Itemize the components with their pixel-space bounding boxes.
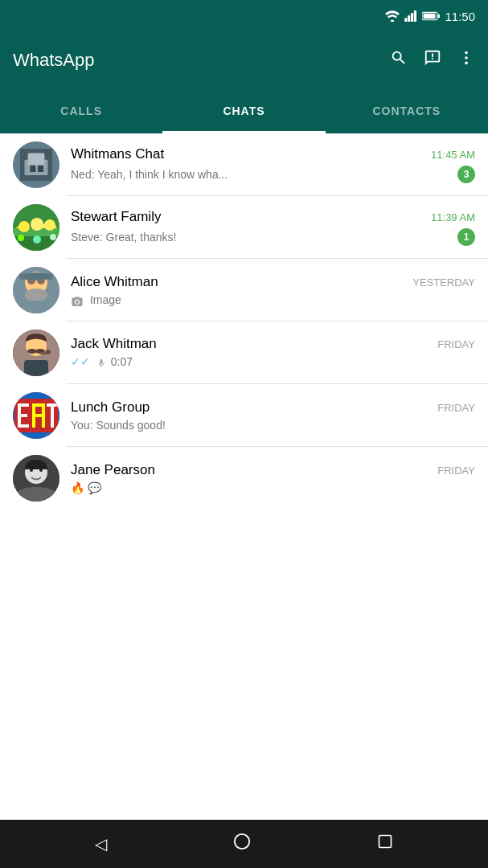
chat-badge-whitmans: 3 bbox=[457, 166, 475, 183]
svg-rect-6 bbox=[424, 14, 436, 18]
status-time: 11:50 bbox=[445, 10, 475, 23]
svg-point-8 bbox=[465, 51, 468, 55]
avatar-jane bbox=[13, 455, 59, 502]
chat-item-lunch[interactable]: Lunch Group FRIDAY You: Sounds good! bbox=[0, 384, 488, 447]
signal-icon bbox=[404, 10, 417, 22]
svg-point-22 bbox=[18, 221, 30, 232]
chat-time-alice: YESTERDAY bbox=[412, 276, 475, 289]
tab-calls[interactable]: CALLS bbox=[0, 88, 162, 133]
chat-preview-alice: Image bbox=[71, 293, 475, 306]
chat-content-whitmans: Whitmans Chat 11:45 AM Ned: Yeah, I thin… bbox=[71, 146, 475, 183]
wifi-icon bbox=[385, 10, 400, 22]
avatar-alice bbox=[13, 267, 59, 313]
svg-rect-54 bbox=[51, 403, 54, 428]
chat-preview-stewart: Steve: Great, thanks! bbox=[71, 231, 451, 244]
double-check-icon: ✓✓ bbox=[71, 355, 90, 368]
chat-item-stewart[interactable]: Stewart Family 11:39 AM Steve: Great, th… bbox=[0, 196, 488, 259]
svg-point-26 bbox=[18, 235, 24, 241]
chat-item-whitmans[interactable]: Whitmans Chat 11:45 AM Ned: Yeah, I thin… bbox=[0, 133, 488, 196]
svg-point-0 bbox=[391, 20, 395, 23]
chat-content-jack: Jack Whitman FRIDAY ✓✓ 0:07 bbox=[71, 336, 475, 369]
status-bar: 11:50 bbox=[0, 0, 488, 32]
avatar-jack bbox=[13, 330, 59, 376]
tab-contacts[interactable]: CONTACTS bbox=[326, 88, 488, 133]
svg-point-59 bbox=[235, 834, 249, 849]
svg-point-33 bbox=[25, 289, 47, 301]
svg-point-9 bbox=[465, 56, 468, 59]
chat-item-jack[interactable]: Jack Whitman FRIDAY ✓✓ 0:07 bbox=[0, 321, 488, 384]
chat-badge-stewart: 1 bbox=[457, 228, 475, 246]
svg-rect-2 bbox=[408, 15, 411, 22]
chat-preview-whitmans: Ned: Yeah, I think I know wha... bbox=[71, 168, 451, 181]
chat-content-jane: Jane Pearson FRIDAY 🔥 💬 bbox=[71, 462, 475, 494]
svg-rect-14 bbox=[30, 166, 35, 172]
chat-list: Whitmans Chat 11:45 AM Ned: Yeah, I thin… bbox=[0, 133, 488, 820]
chat-preview-lunch: You: Sounds good! bbox=[71, 419, 475, 432]
svg-point-28 bbox=[50, 234, 56, 240]
avatar-whitmans bbox=[13, 141, 59, 188]
chat-time-jane: FRIDAY bbox=[437, 465, 475, 477]
chat-name-whitmans: Whitmans Chat bbox=[71, 146, 164, 162]
tab-bar: CALLS CHATS CONTACTS bbox=[0, 88, 488, 133]
back-button[interactable]: ◁ bbox=[95, 834, 107, 854]
chat-time-lunch: FRIDAY bbox=[437, 402, 475, 414]
more-options-icon[interactable] bbox=[457, 49, 475, 72]
chat-content-alice: Alice Whitman YESTERDAY Image bbox=[71, 274, 475, 306]
chat-time-jack: FRIDAY bbox=[437, 338, 475, 350]
chat-preview-jane: 🔥 💬 bbox=[71, 481, 475, 494]
svg-rect-52 bbox=[32, 414, 45, 417]
avatar-stewart bbox=[13, 204, 59, 251]
status-icons: 11:50 bbox=[385, 10, 475, 23]
chat-name-stewart: Stewart Family bbox=[71, 209, 161, 225]
svg-rect-48 bbox=[18, 424, 29, 428]
svg-point-23 bbox=[31, 218, 43, 231]
svg-point-42 bbox=[46, 350, 51, 354]
chat-name-lunch: Lunch Group bbox=[71, 399, 150, 416]
camera-icon bbox=[71, 296, 84, 306]
svg-rect-4 bbox=[414, 10, 416, 22]
chat-item-jane[interactable]: Jane Pearson FRIDAY 🔥 💬 bbox=[0, 447, 488, 510]
svg-rect-35 bbox=[19, 273, 53, 280]
chat-item-alice[interactable]: Alice Whitman YESTERDAY Image bbox=[0, 259, 488, 321]
chat-content-stewart: Stewart Family 11:39 AM Steve: Great, th… bbox=[71, 209, 475, 246]
battery-icon bbox=[422, 11, 440, 21]
app-title: WhatsApp bbox=[13, 50, 380, 71]
new-chat-icon[interactable] bbox=[424, 49, 441, 72]
recents-button[interactable] bbox=[377, 833, 393, 854]
chat-name-jack: Jack Whitman bbox=[71, 336, 157, 352]
tab-chats[interactable]: CHATS bbox=[162, 88, 325, 133]
chat-name-jane: Jane Pearson bbox=[71, 462, 155, 478]
navigation-bar: ◁ bbox=[0, 820, 488, 868]
chat-content-lunch: Lunch Group FRIDAY You: Sounds good! bbox=[71, 399, 475, 432]
svg-rect-60 bbox=[379, 836, 391, 848]
avatar-lunch bbox=[13, 392, 59, 439]
header-actions bbox=[390, 49, 475, 72]
svg-rect-51 bbox=[32, 403, 45, 407]
svg-rect-13 bbox=[28, 154, 45, 166]
app-header: WhatsApp bbox=[0, 32, 488, 88]
mic-icon bbox=[96, 357, 106, 370]
home-button[interactable] bbox=[233, 833, 251, 855]
chat-time-stewart: 11:39 AM bbox=[431, 211, 475, 223]
svg-rect-3 bbox=[411, 13, 413, 22]
svg-point-10 bbox=[465, 62, 468, 65]
svg-point-24 bbox=[44, 219, 55, 231]
svg-rect-47 bbox=[18, 414, 27, 417]
svg-rect-15 bbox=[38, 166, 43, 172]
svg-rect-1 bbox=[405, 18, 408, 22]
svg-rect-7 bbox=[438, 14, 440, 18]
search-icon[interactable] bbox=[390, 49, 408, 72]
chat-time-whitmans: 11:45 AM bbox=[431, 149, 475, 161]
chat-name-alice: Alice Whitman bbox=[71, 274, 158, 290]
chat-preview-jack: ✓✓ 0:07 bbox=[71, 355, 475, 369]
svg-rect-40 bbox=[24, 360, 48, 376]
svg-point-27 bbox=[33, 235, 41, 244]
svg-rect-46 bbox=[18, 403, 29, 407]
